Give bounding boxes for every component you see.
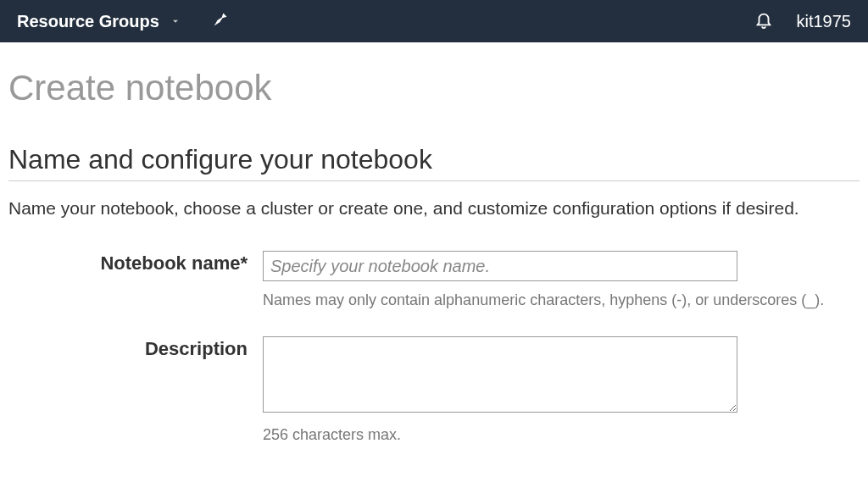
notebook-name-help: Names may only contain alphanumeric char… [263, 291, 860, 309]
page-title: Create notebook [8, 68, 860, 108]
description-control: 256 characters max. [263, 336, 860, 444]
resource-groups-label: Resource Groups [17, 12, 159, 31]
description-label: Description [8, 336, 263, 360]
section-description: Name your notebook, choose a cluster or … [8, 198, 860, 219]
notebook-name-input[interactable] [263, 251, 737, 281]
description-help: 256 characters max. [263, 426, 860, 444]
resource-groups-dropdown[interactable]: Resource Groups [17, 12, 181, 31]
notebook-name-label: Notebook name* [8, 251, 263, 274]
nav-right: kit1975 [754, 10, 852, 32]
pin-icon[interactable] [212, 11, 229, 31]
section-title: Name and configure your notebook [8, 144, 860, 181]
top-nav: Resource Groups kit1975 [0, 0, 868, 42]
nav-left: Resource Groups [17, 11, 229, 31]
description-textarea[interactable] [263, 336, 737, 413]
form-row-description: Description 256 characters max. [8, 336, 860, 444]
notebook-name-control: Names may only contain alphanumeric char… [263, 251, 860, 309]
form-row-name: Notebook name* Names may only contain al… [8, 251, 860, 309]
username-label[interactable]: kit1975 [797, 12, 852, 31]
bell-icon[interactable] [754, 10, 773, 32]
page-content: Create notebook Name and configure your … [0, 42, 868, 444]
chevron-down-icon [170, 12, 181, 31]
